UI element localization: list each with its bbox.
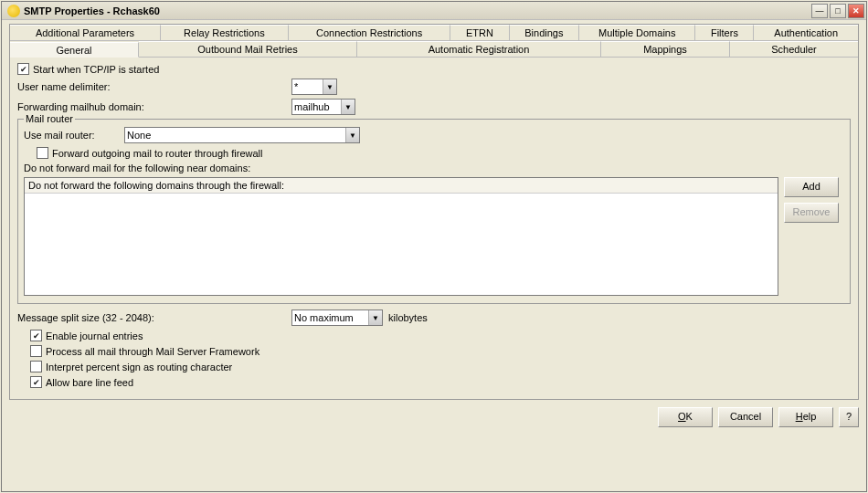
chevron-down-icon: ▼ (323, 79, 336, 94)
interpret-percent-label: Interpret percent sign as routing charac… (46, 362, 232, 372)
cancel-button[interactable]: Cancel (718, 407, 773, 427)
ok-rest: K (686, 411, 693, 422)
near-domains-header: Do not forward the following domains thr… (25, 178, 778, 194)
ok-button[interactable]: OK (658, 407, 713, 427)
maximize-button[interactable]: □ (830, 4, 846, 18)
user-name-delimiter-value: * (294, 81, 298, 92)
help-button[interactable]: Help (778, 407, 833, 427)
tab-automatic-registration[interactable]: Automatic Registration (357, 41, 601, 57)
message-split-label: Message split size (32 - 2048): (17, 312, 291, 323)
window-controls: — □ ✕ (811, 4, 864, 18)
near-domains-list[interactable]: Do not forward the following domains thr… (24, 177, 778, 296)
enable-journal-label: Enable journal entries (46, 330, 143, 341)
near-domains-label: Do not forward mail for the following ne… (24, 163, 250, 173)
context-help-button[interactable]: ? (839, 407, 859, 427)
mail-router-legend: Mail router (24, 113, 75, 124)
tab-filters[interactable]: Filters (695, 25, 754, 40)
user-name-delimiter-label: User name delimiter: (17, 81, 291, 92)
content: Additional Parameters Relay Restrictions… (2, 20, 866, 431)
window: SMTP Properties - Rchask60 — □ ✕ Additio… (1, 1, 867, 492)
message-split-select[interactable]: No maximum ▼ (291, 309, 383, 326)
tab-multiple-domains[interactable]: Multiple Domains (579, 25, 695, 40)
tab-mappings[interactable]: Mappings (601, 41, 730, 57)
chevron-down-icon: ▼ (341, 100, 355, 114)
tab-authentication[interactable]: Authentication (754, 25, 858, 40)
forward-outgoing-checkbox[interactable] (37, 147, 48, 159)
remove-button: Remove (784, 203, 839, 223)
allow-bare-lf-label: Allow bare line feed (46, 377, 133, 388)
tab-scheduler[interactable]: Scheduler (730, 41, 858, 57)
add-button[interactable]: Add (784, 177, 839, 197)
process-msf-checkbox[interactable] (30, 345, 42, 357)
minimize-button[interactable]: — (811, 4, 828, 18)
tab-outbound-mail-retries[interactable]: Outbound Mail Retries (139, 41, 357, 57)
help-rest: elp (803, 411, 817, 422)
message-split-unit: kilobytes (388, 312, 428, 323)
dialog-buttons: OK Cancel Help ? (9, 407, 859, 427)
user-name-delimiter-select[interactable]: * ▼ (291, 79, 337, 95)
use-mail-router-select[interactable]: None ▼ (124, 127, 360, 143)
window-title: SMTP Properties - Rchask60 (24, 5, 811, 16)
use-mail-router-label: Use mail router: (24, 130, 124, 141)
chevron-down-icon: ▼ (368, 310, 382, 325)
forwarding-mailhub-domain-value: mailhub (294, 101, 330, 112)
tab-general[interactable]: General (10, 42, 139, 58)
tab-additional-parameters[interactable]: Additional Parameters (10, 25, 161, 40)
tab-row-1: Additional Parameters Relay Restrictions… (10, 25, 858, 41)
use-mail-router-value: None (127, 130, 151, 141)
forwarding-mailhub-domain-select[interactable]: mailhub ▼ (291, 99, 355, 115)
tab-row-2: General Outbound Mail Retries Automatic … (10, 41, 858, 58)
allow-bare-lf-checkbox[interactable]: ✔ (30, 376, 42, 388)
titlebar: SMTP Properties - Rchask60 — □ ✕ (2, 2, 866, 20)
enable-journal-checkbox[interactable]: ✔ (30, 330, 42, 341)
start-tcpip-checkbox[interactable]: ✔ (17, 63, 29, 75)
tab-bindings[interactable]: Bindings (510, 25, 580, 40)
interpret-percent-checkbox[interactable] (30, 361, 42, 372)
forward-outgoing-label: Forward outgoing mail to router through … (52, 148, 263, 159)
start-tcpip-label: Start when TCP/IP is started (33, 64, 159, 75)
tab-connection-restrictions[interactable]: Connection Restrictions (289, 25, 451, 40)
tab-container: Additional Parameters Relay Restrictions… (9, 24, 859, 400)
message-split-value: No maximum (294, 312, 354, 323)
list-buttons: Add Remove (784, 177, 839, 223)
tab-relay-restrictions[interactable]: Relay Restrictions (161, 25, 289, 40)
close-button[interactable]: ✕ (848, 4, 864, 18)
general-pane: ✔ Start when TCP/IP is started User name… (10, 58, 858, 399)
chevron-down-icon: ▼ (345, 128, 359, 142)
mail-router-group: Mail router Use mail router: None ▼ Forw… (17, 119, 851, 304)
forwarding-mailhub-domain-label: Forwarding mailhub domain: (17, 101, 291, 112)
app-icon (7, 5, 20, 17)
tab-etrn[interactable]: ETRN (450, 25, 509, 40)
process-msf-label: Process all mail through Mail Server Fra… (46, 346, 259, 357)
